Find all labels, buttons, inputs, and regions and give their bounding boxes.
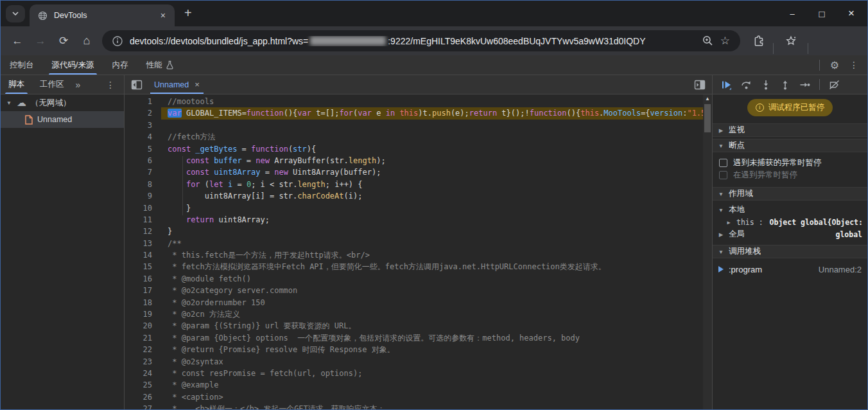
watch-section-header[interactable]: ▶ 监视 bbox=[713, 123, 867, 137]
step-icon[interactable] bbox=[799, 80, 810, 90]
maximize-button[interactable]: □ bbox=[807, 1, 837, 26]
settings-gear-icon[interactable]: ⚙ bbox=[830, 59, 839, 71]
line-number[interactable]: 19 bbox=[125, 308, 161, 320]
code-line[interactable]: 1//mootools bbox=[125, 96, 703, 107]
code-line[interactable]: 4//fetch方法 bbox=[125, 131, 703, 143]
deactivate-breakpoints-icon[interactable] bbox=[829, 80, 840, 90]
line-number[interactable]: 3 bbox=[125, 120, 161, 131]
code-line[interactable]: 12} bbox=[125, 226, 703, 237]
new-tab-button[interactable]: + bbox=[184, 6, 192, 21]
code-line[interactable]: 10 } bbox=[125, 202, 703, 214]
show-debugger-panel-icon[interactable] bbox=[693, 78, 706, 91]
scrollbar-thumb[interactable] bbox=[704, 104, 711, 132]
code-line[interactable]: 27 * <b>样例一：</b> 发起一个GET请求，获取响应文本： bbox=[125, 403, 703, 409]
code-line[interactable]: 5const _getBytes = function(str){ bbox=[125, 143, 703, 155]
line-number[interactable]: 2 bbox=[125, 107, 161, 119]
code-line[interactable]: 7 const uint8Array = new Uint8Array(buff… bbox=[125, 166, 703, 178]
panel-tab-0[interactable]: 控制台 bbox=[1, 55, 43, 75]
minimize-button[interactable]: – bbox=[777, 1, 807, 26]
code-line[interactable]: 3 bbox=[125, 120, 703, 131]
code-line[interactable]: 17 * @o2category server.common bbox=[125, 285, 703, 296]
code-line[interactable]: 21 * @param {Object} options 一个配置项对象，包括对… bbox=[125, 332, 703, 344]
reload-button[interactable]: ⟳ bbox=[52, 26, 75, 55]
code-line[interactable]: 14 * this.fetch是一个方法，用于发起http请求。<br/> bbox=[125, 249, 703, 261]
info-icon[interactable] bbox=[112, 36, 123, 46]
code-line[interactable]: 9 uint8Array[i] = str.charCodeAt(i); bbox=[125, 190, 703, 202]
tab-close-icon[interactable]: × bbox=[158, 10, 168, 21]
line-number[interactable]: 5 bbox=[125, 143, 161, 155]
code-line[interactable]: 11 return uint8Array; bbox=[125, 214, 703, 226]
line-number[interactable]: 7 bbox=[125, 166, 161, 178]
scope-local-row[interactable]: ▼ 本地 bbox=[713, 204, 867, 216]
zoom-icon[interactable] bbox=[702, 35, 713, 46]
code-line[interactable]: 8 for (let i = 0; i < str.length; i++) { bbox=[125, 179, 703, 190]
navigator-menu-icon[interactable]: ⋮ bbox=[106, 80, 124, 90]
editor-tab-unnamed[interactable]: Unnamed × bbox=[150, 75, 204, 94]
resume-script-icon[interactable] bbox=[721, 80, 732, 90]
url-text[interactable]: devtools://devtools/bundled/js_app.html?… bbox=[130, 36, 695, 46]
code-line[interactable]: 2var GLOBAL_ITEMS=function(){var t=[];fo… bbox=[125, 107, 703, 119]
line-number[interactable]: 8 bbox=[125, 179, 161, 190]
bookmark-star-icon[interactable]: ☆ bbox=[720, 34, 730, 48]
line-number[interactable]: 16 bbox=[125, 273, 161, 285]
extensions-icon[interactable] bbox=[753, 35, 765, 47]
call-stack-frame[interactable]: :program Unnamed:2 bbox=[713, 262, 867, 276]
line-number[interactable]: 27 bbox=[125, 403, 161, 409]
line-number[interactable]: 13 bbox=[125, 238, 161, 249]
editor-tab-close-icon[interactable]: × bbox=[195, 80, 200, 89]
line-number[interactable]: 21 bbox=[125, 332, 161, 344]
more-tabs-icon[interactable]: » bbox=[72, 80, 84, 90]
breakpoints-section-header[interactable]: ▼ 断点 bbox=[713, 139, 867, 152]
tree-file-unnamed[interactable]: Unnamed bbox=[1, 111, 124, 128]
line-number[interactable]: 26 bbox=[125, 391, 161, 403]
code-line[interactable]: 23 * @o2syntax bbox=[125, 356, 703, 368]
hide-navigator-icon[interactable] bbox=[130, 78, 143, 91]
panel-tab-1[interactable]: 源代码/来源 bbox=[43, 55, 103, 75]
panel-tab-2[interactable]: 内存 bbox=[103, 55, 137, 75]
line-number[interactable]: 15 bbox=[125, 261, 161, 272]
line-number[interactable]: 24 bbox=[125, 368, 161, 379]
code-line[interactable]: 24 * const resPromise = fetch(url, optio… bbox=[125, 368, 703, 379]
back-button[interactable]: ← bbox=[6, 26, 29, 55]
tree-expand-icon[interactable]: ▼ bbox=[6, 100, 12, 106]
line-number[interactable]: 6 bbox=[125, 155, 161, 166]
editor-scrollbar[interactable]: ▲ bbox=[703, 94, 712, 409]
close-window-button[interactable]: × bbox=[837, 1, 866, 26]
call-stack-section-header[interactable]: ▼ 调用堆栈 bbox=[713, 245, 867, 258]
tab-search-button[interactable] bbox=[6, 5, 25, 22]
code-line[interactable]: 15 * fetch方法模拟浏览器环境中Fetch API，但要简化一些。fet… bbox=[125, 261, 703, 272]
code-line[interactable]: 13/** bbox=[125, 238, 703, 249]
line-number[interactable]: 17 bbox=[125, 285, 161, 296]
line-number[interactable]: 11 bbox=[125, 214, 161, 226]
line-number[interactable]: 23 bbox=[125, 356, 161, 368]
line-number[interactable]: 22 bbox=[125, 344, 161, 355]
scroll-up-icon[interactable]: ▲ bbox=[703, 96, 712, 102]
devtools-menu-icon[interactable]: ⋮ bbox=[849, 60, 858, 70]
navigator-tab-1[interactable]: 工作区 bbox=[32, 75, 72, 94]
browser-tab[interactable]: DevTools × bbox=[30, 4, 175, 26]
line-number[interactable]: 10 bbox=[125, 202, 161, 214]
code-line[interactable]: 26 * <caption> bbox=[125, 391, 703, 403]
forward-button[interactable]: → bbox=[29, 26, 52, 55]
line-number[interactable]: 12 bbox=[125, 226, 161, 237]
step-over-icon[interactable] bbox=[741, 80, 752, 90]
scope-this-row[interactable]: ▶ this: Object global{Object: f bbox=[713, 216, 867, 228]
scope-section-header[interactable]: ▼ 作用域 bbox=[713, 187, 867, 201]
side-panel-star-icon[interactable] bbox=[785, 35, 797, 47]
step-into-icon[interactable] bbox=[761, 80, 771, 90]
code-line[interactable]: 25 * @example bbox=[125, 379, 703, 391]
scope-global-row[interactable]: ▶ 全局 global bbox=[713, 228, 867, 240]
line-number[interactable]: 1 bbox=[125, 96, 161, 107]
line-number[interactable]: 25 bbox=[125, 379, 161, 391]
line-number[interactable]: 20 bbox=[125, 320, 161, 332]
line-number[interactable]: 9 bbox=[125, 190, 161, 202]
home-button[interactable]: ⌂ bbox=[75, 26, 98, 55]
line-number[interactable]: 18 bbox=[125, 297, 161, 308]
line-number[interactable]: 14 bbox=[125, 249, 161, 261]
code-line[interactable]: 18 * @o2ordernumber 150 bbox=[125, 297, 703, 308]
breakpoint-option-0[interactable]: 遇到未捕获的异常时暂停 bbox=[713, 157, 867, 169]
address-bar[interactable]: devtools://devtools/bundled/js_app.html?… bbox=[102, 30, 740, 51]
navigator-tab-0[interactable]: 脚本 bbox=[1, 75, 32, 94]
line-number[interactable]: 4 bbox=[125, 131, 161, 143]
code-line[interactable]: 6 const buffer = new ArrayBuffer(str.len… bbox=[125, 155, 703, 166]
